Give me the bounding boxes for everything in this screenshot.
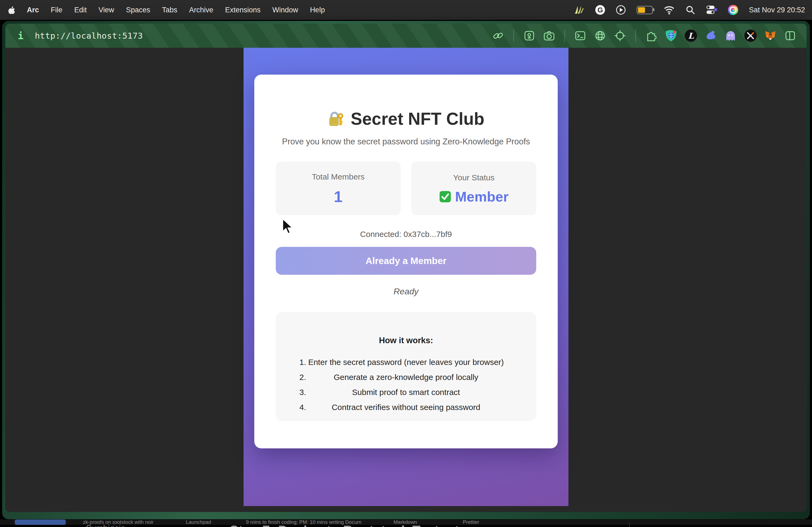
- adguard-extension-icon[interactable]: [665, 30, 677, 42]
- how-it-works-title: How it works:: [292, 336, 520, 345]
- arc-browser-window: i http://localhost:5173: [2, 21, 810, 519]
- globe-icon[interactable]: [594, 30, 606, 42]
- extensions-puzzle-icon[interactable]: [645, 30, 657, 42]
- step-number: 1.: [300, 358, 306, 367]
- media-gallery-icon[interactable]: [523, 30, 535, 42]
- devtools-terminal-icon[interactable]: [574, 30, 586, 42]
- battery-icon[interactable]: [637, 6, 653, 14]
- stats-row: Total Members 1 Your Status: [276, 162, 536, 215]
- list-item: 4. Contract verifies without seeing pass…: [292, 403, 520, 412]
- connected-address: Connected: 0x37cb...7bf9: [276, 230, 536, 239]
- list-item: 1. Enter the secret password (never leav…: [292, 358, 520, 367]
- browser-viewport: Secret NFT Club Prove you know the secre…: [5, 48, 807, 512]
- menu-window[interactable]: Window: [272, 6, 298, 14]
- already-a-member-button[interactable]: Already a Member: [276, 247, 536, 275]
- secret-nft-club-card: Secret NFT Club Prove you know the secre…: [254, 75, 558, 448]
- loom-extension-icon[interactable]: L: [685, 30, 697, 42]
- your-status-box: Your Status Member: [411, 162, 536, 215]
- background-window-title: Symbiosis: [86, 523, 125, 527]
- total-members-label: Total Members: [312, 172, 365, 181]
- step-number: 3.: [300, 388, 306, 397]
- menu-extensions[interactable]: Extensions: [225, 6, 260, 14]
- background-doc-heading: Step 7: Deploy to Rootstock Testnet: [230, 523, 459, 527]
- rabby-wallet-icon[interactable]: [705, 30, 717, 42]
- menu-tabs[interactable]: Tabs: [162, 6, 177, 14]
- toolbar-divider: [635, 30, 636, 42]
- page-title: Secret NFT Club: [276, 109, 536, 129]
- apple-menu-icon[interactable]: [8, 6, 15, 14]
- your-status-value: Member: [455, 190, 509, 204]
- spotlight-search-icon[interactable]: [685, 5, 695, 15]
- menu-help[interactable]: Help: [310, 6, 325, 14]
- page-gradient-background: Secret NFT Club Prove you know the secre…: [244, 48, 568, 506]
- step-text: Submit proof to smart contract: [292, 388, 520, 397]
- page-title-text: Secret NFT Club: [351, 109, 484, 129]
- total-members-box: Total Members 1: [276, 162, 401, 215]
- step-number: 2.: [300, 373, 306, 382]
- how-it-works-box: How it works: 1. Enter the secret passwo…: [276, 312, 536, 421]
- page-subtitle: Prove you know the secret password using…: [276, 137, 536, 147]
- menu-bar-clock[interactable]: Sat Nov 29 20:52: [749, 6, 805, 14]
- loop-app-icon[interactable]: [728, 5, 738, 15]
- step-text: Generate a zero-knowledge proof locally: [292, 373, 520, 382]
- mouse-cursor: [281, 218, 295, 235]
- menu-archive[interactable]: Archive: [189, 6, 213, 14]
- step-text: Enter the secret password (never leaves …: [292, 358, 520, 367]
- list-item: 2. Generate a zero-knowledge proof local…: [292, 373, 520, 382]
- step-number: 4.: [300, 403, 306, 412]
- how-it-works-list: 1. Enter the secret password (never leav…: [292, 358, 520, 412]
- menu-spaces[interactable]: Spaces: [126, 6, 150, 14]
- site-info-icon[interactable]: i: [18, 30, 24, 41]
- play-circle-icon[interactable]: [616, 5, 626, 15]
- wifi-icon[interactable]: [664, 5, 675, 15]
- screenshot-camera-icon[interactable]: [543, 30, 555, 42]
- menu-edit[interactable]: Edit: [74, 6, 87, 14]
- metamask-icon[interactable]: [764, 30, 777, 42]
- control-center-icon[interactable]: [706, 5, 717, 15]
- x-extension-icon[interactable]: [744, 30, 757, 42]
- check-mark-icon: [439, 191, 451, 203]
- total-members-value: 1: [334, 189, 342, 205]
- element-picker-icon[interactable]: [614, 30, 626, 42]
- your-status-label: Your Status: [453, 173, 495, 182]
- copy-link-icon[interactable]: [492, 30, 504, 42]
- lock-with-key-icon: [328, 110, 345, 128]
- menu-view[interactable]: View: [99, 6, 114, 14]
- toolbar-divider: [513, 30, 514, 42]
- stocks-chart-icon[interactable]: [574, 5, 584, 15]
- background-window-titlebar: Symbiosis Step 7: Deploy to Rootstock Te…: [0, 523, 812, 527]
- menu-arc[interactable]: Arc: [27, 6, 39, 14]
- step-text: Contract verifies without seeing passwor…: [292, 403, 520, 412]
- toolbar-divider: [564, 30, 565, 42]
- ready-status-text: Ready: [276, 287, 536, 297]
- macos-menu-bar: Arc File Edit View Spaces Tabs Archive E…: [0, 0, 812, 20]
- divider: [629, 523, 630, 527]
- screen: Arc File Edit View Spaces Tabs Archive E…: [0, 0, 812, 527]
- browser-toolbar: i http://localhost:5173: [5, 24, 807, 48]
- split-view-icon[interactable]: [784, 30, 796, 42]
- phantom-wallet-icon[interactable]: [724, 30, 737, 42]
- grammarly-icon[interactable]: G: [595, 5, 605, 15]
- list-item: 3. Submit proof to smart contract: [292, 388, 520, 397]
- address-bar-url[interactable]: http://localhost:5173: [35, 31, 143, 41]
- menu-file[interactable]: File: [51, 6, 62, 14]
